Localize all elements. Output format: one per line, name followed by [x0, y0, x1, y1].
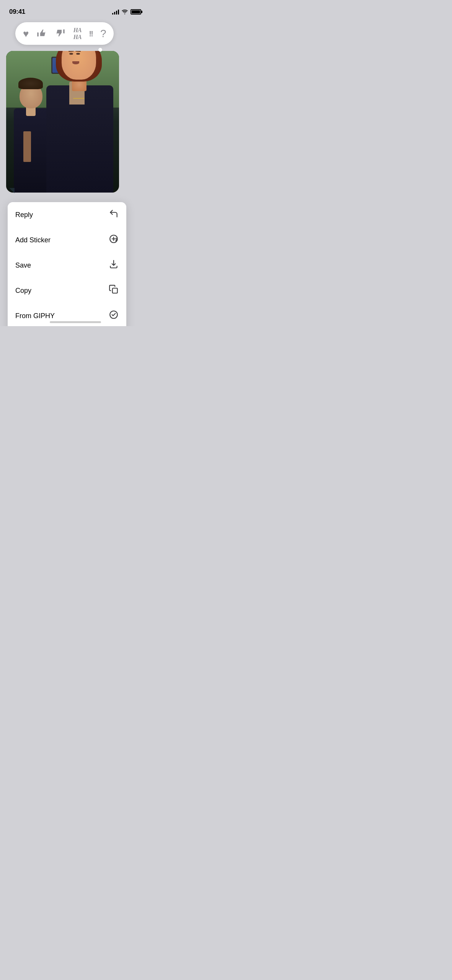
copy-icon [109, 284, 119, 297]
menu-item-save[interactable]: Save [8, 253, 126, 278]
exclaim-reaction[interactable]: !! [89, 30, 93, 38]
menu-item-copy[interactable]: Copy [8, 278, 126, 303]
svg-rect-1 [113, 288, 117, 293]
reply-label: Reply [15, 211, 33, 219]
copy-label: Copy [15, 287, 31, 295]
thumbs-up-reaction[interactable] [36, 28, 47, 40]
home-indicator [50, 321, 101, 323]
wifi-icon [121, 9, 128, 15]
reaction-picker[interactable]: ♥ HAHA !! ? [15, 22, 114, 45]
battery-icon [131, 9, 141, 15]
heart-reaction[interactable]: ♥ [23, 29, 29, 39]
chat-area: ♥ HAHA !! ? [0, 18, 150, 326]
message-bubble [6, 51, 119, 193]
status-bar: 09:41 [0, 0, 150, 18]
from-giphy-label: From GIPHY [15, 312, 55, 320]
menu-item-reply[interactable]: Reply [8, 202, 126, 227]
save-icon [109, 259, 119, 271]
haha-reaction[interactable]: HAHA [73, 27, 81, 40]
status-icons [112, 9, 141, 15]
app-store-icon [109, 310, 119, 322]
menu-item-add-sticker[interactable]: Add Sticker [8, 227, 126, 253]
add-sticker-label: Add Sticker [15, 236, 51, 244]
status-time: 09:41 [9, 8, 25, 16]
message-image [6, 51, 119, 193]
thumbs-down-reaction[interactable] [55, 28, 65, 40]
context-menu: Reply Add Sticker Save [8, 202, 126, 326]
question-reaction[interactable]: ? [100, 28, 106, 39]
signal-icon [112, 10, 119, 15]
add-sticker-icon [109, 234, 119, 246]
reply-icon [109, 209, 119, 221]
save-label: Save [15, 261, 31, 270]
